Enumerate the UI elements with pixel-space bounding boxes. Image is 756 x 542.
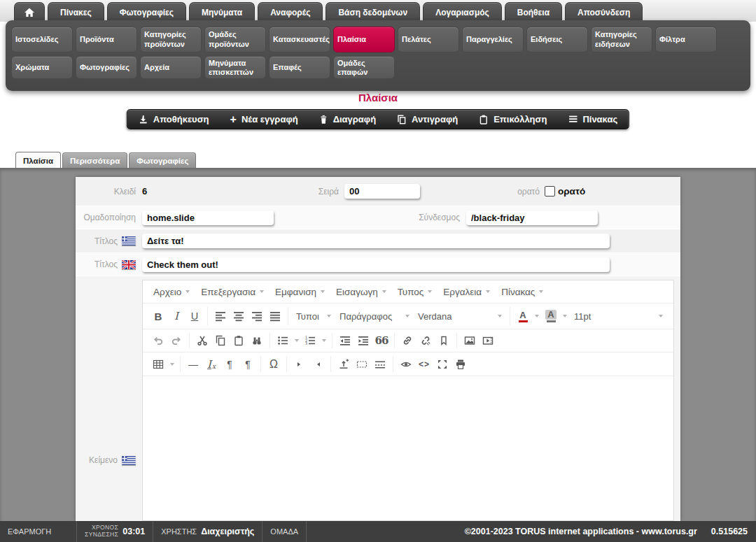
text-color-caret[interactable] bbox=[532, 307, 542, 325]
align-center-button[interactable] bbox=[230, 307, 248, 325]
tab-account[interactable]: Λογαριασμός bbox=[423, 2, 502, 22]
title-el-input[interactable] bbox=[142, 234, 610, 248]
table-caret[interactable] bbox=[167, 355, 176, 373]
module-button-products[interactable]: Προϊόντα bbox=[76, 27, 137, 52]
tab-help[interactable]: Βοήθεια bbox=[505, 2, 562, 22]
cut-button[interactable] bbox=[193, 331, 211, 350]
editor-menu-file[interactable]: Αρχειο bbox=[148, 287, 195, 297]
show-invisibles-button[interactable]: ¶ bbox=[220, 355, 239, 373]
align-right-button[interactable] bbox=[248, 307, 266, 325]
outdent-button[interactable] bbox=[336, 331, 354, 350]
table-view-button[interactable]: Πίνακας bbox=[568, 114, 617, 124]
text-color-button[interactable]: A bbox=[514, 307, 532, 325]
fullscreen-button[interactable] bbox=[433, 355, 451, 373]
block-format-dropdown[interactable]: Παράγραφος bbox=[335, 307, 414, 325]
rtl-button[interactable] bbox=[309, 355, 327, 373]
editor-menu-table[interactable]: Πίνακας bbox=[496, 287, 549, 297]
print-button[interactable] bbox=[451, 355, 470, 373]
module-button-colors[interactable]: Χρώματα bbox=[11, 56, 73, 79]
module-button-manufacturers[interactable]: Κατασκευαστές bbox=[269, 27, 330, 52]
link-input[interactable] bbox=[466, 211, 598, 225]
module-button-product-groups[interactable]: Ομάδες προϊόντων bbox=[204, 27, 266, 52]
table-button[interactable] bbox=[149, 355, 167, 373]
paste-button[interactable] bbox=[230, 331, 248, 350]
unlink-button[interactable] bbox=[416, 331, 435, 350]
font-family-dropdown[interactable]: Verdana bbox=[414, 307, 506, 325]
tab-photos[interactable]: Φωτογραφίες bbox=[107, 2, 186, 22]
justify-button[interactable] bbox=[266, 307, 284, 325]
record-tab-photos[interactable]: Φωτογραφίες bbox=[129, 152, 196, 169]
bullet-list-caret[interactable] bbox=[292, 331, 301, 350]
module-button-news-categories[interactable]: Κατηγορίες ειδήσεων bbox=[591, 27, 652, 52]
module-button-files[interactable]: Αρχεία bbox=[140, 56, 202, 79]
module-button-product-categories[interactable]: Κατηγορίες προϊόντων bbox=[140, 27, 202, 52]
special-character-button[interactable]: Ω bbox=[265, 355, 283, 373]
module-button-frames[interactable]: Πλαίσια bbox=[333, 27, 395, 52]
group-input[interactable] bbox=[142, 211, 274, 225]
form-row-title-el: Τίτλος bbox=[76, 229, 680, 253]
module-button-contact-groups[interactable]: Ομάδες επαφών bbox=[333, 56, 395, 79]
home-tab[interactable] bbox=[14, 2, 45, 22]
module-button-contacts[interactable]: Επαφές bbox=[269, 56, 330, 79]
underline-button[interactable]: U bbox=[186, 307, 204, 325]
visual-blocks-button[interactable] bbox=[353, 355, 371, 373]
editor-menu-view[interactable]: Εμφανιση bbox=[270, 287, 330, 297]
paste-record-button[interactable]: Επικόλληση bbox=[479, 114, 547, 124]
clear-formatting-button[interactable]: Ix bbox=[202, 355, 220, 373]
module-button-orders[interactable]: Παραγγελίες bbox=[462, 27, 524, 52]
styles-dropdown[interactable]: Τυποι bbox=[292, 307, 335, 325]
blockquote-button[interactable]: 66 bbox=[372, 331, 391, 350]
editor-menu-edit[interactable]: Επεξεργασια bbox=[195, 287, 270, 297]
module-button-websites[interactable]: Ιστοσελίδες bbox=[11, 27, 73, 52]
align-left-button[interactable] bbox=[211, 307, 230, 325]
module-button-visitor-messages[interactable]: Μηνύματα επισκεπτών bbox=[204, 56, 266, 79]
title-en-input[interactable] bbox=[142, 257, 610, 272]
record-tab-frames[interactable]: Πλαίσια bbox=[15, 152, 61, 169]
bold-button[interactable]: B bbox=[149, 307, 167, 325]
horizontal-rule-button[interactable]: — bbox=[184, 355, 202, 373]
italic-button[interactable]: I bbox=[167, 307, 186, 325]
insert-image-button[interactable] bbox=[461, 331, 479, 350]
module-button-photos[interactable]: Φωτογραφίες bbox=[76, 56, 137, 79]
save-button[interactable]: Αποθήκευση bbox=[139, 114, 209, 124]
insert-media-button[interactable] bbox=[479, 331, 497, 350]
paragraph-button[interactable]: ¶ bbox=[239, 355, 257, 373]
new-record-button[interactable]: + Νέα εγγραφή bbox=[230, 114, 298, 125]
module-button-filters[interactable]: Φίλτρα bbox=[655, 27, 717, 52]
editor-menu-tools[interactable]: Εργαλεια bbox=[438, 287, 496, 297]
tab-tables[interactable]: Πίνακες bbox=[48, 2, 104, 22]
visible-checkbox[interactable] bbox=[545, 186, 555, 197]
link-button[interactable] bbox=[398, 331, 416, 350]
tab-messages[interactable]: Μηνύματα bbox=[189, 2, 255, 22]
page-break-button[interactable] bbox=[371, 355, 389, 373]
source-code-button[interactable]: <> bbox=[415, 355, 433, 373]
module-button-customers[interactable]: Πελάτες bbox=[398, 27, 459, 52]
background-color-button[interactable]: A bbox=[542, 307, 560, 325]
redo-button[interactable] bbox=[167, 331, 186, 350]
editor-menu-format[interactable]: Τυπος bbox=[392, 287, 438, 297]
tab-database[interactable]: Βάση δεδομένων bbox=[326, 2, 420, 22]
module-button-news[interactable]: Ειδήσεις bbox=[526, 27, 588, 52]
undo-button[interactable] bbox=[149, 331, 167, 350]
delete-button[interactable]: Διαγραφή bbox=[319, 114, 376, 124]
preview-button[interactable] bbox=[397, 355, 415, 373]
copy-record-button[interactable]: Αντιγραφή bbox=[397, 114, 458, 124]
editor-content-area[interactable] bbox=[143, 376, 673, 520]
order-input[interactable] bbox=[344, 184, 420, 199]
tab-reports[interactable]: Αναφορές bbox=[258, 2, 323, 22]
numbered-list-button[interactable]: 123 bbox=[301, 331, 319, 350]
insert-template-button[interactable] bbox=[335, 355, 353, 373]
find-replace-button[interactable] bbox=[248, 331, 266, 350]
editor-menu-insert[interactable]: Εισαγωγη bbox=[330, 287, 392, 297]
indent-button[interactable] bbox=[354, 331, 372, 350]
copy-button[interactable] bbox=[211, 331, 230, 350]
background-color-caret[interactable] bbox=[560, 307, 570, 325]
record-tab-more[interactable]: Περισσότερα bbox=[62, 152, 127, 169]
ltr-button[interactable] bbox=[290, 355, 309, 373]
tab-logout[interactable]: Αποσύνδεση bbox=[565, 2, 643, 22]
top-tab-bar: Πίνακες Φωτογραφίες Μηνύματα Αναφορές Βά… bbox=[0, 0, 756, 22]
numbered-list-caret[interactable] bbox=[319, 331, 328, 350]
font-size-dropdown[interactable]: 11pt bbox=[570, 307, 667, 325]
anchor-button[interactable] bbox=[435, 331, 453, 350]
bullet-list-button[interactable] bbox=[274, 331, 292, 350]
